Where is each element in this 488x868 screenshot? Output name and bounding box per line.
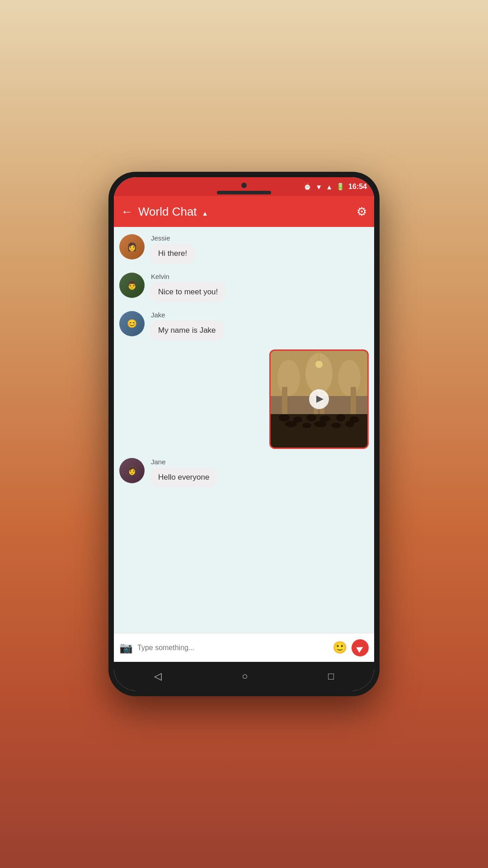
message-bubble: Hello everyone xyxy=(150,467,217,487)
signal-icon: ▲ xyxy=(326,183,333,191)
video-message-row xyxy=(119,349,369,449)
svg-point-2 xyxy=(277,360,300,396)
svg-point-13 xyxy=(319,415,330,422)
app-bar: ← World Chat ▲ ⚙ xyxy=(114,196,374,227)
phone-frame: ⏰ ▼ ▲ 🔋 16:54 ← World Chat ▲ ⚙ 👩 xyxy=(108,172,380,696)
message-content: Kelvin Nice to meet you! xyxy=(150,273,226,302)
phone-top-decorations xyxy=(217,183,271,194)
back-button[interactable]: ← xyxy=(121,205,133,219)
dropdown-arrow-icon[interactable]: ▲ xyxy=(202,210,208,217)
send-icon: ▶ xyxy=(355,642,365,653)
svg-point-19 xyxy=(331,423,341,428)
clock: 16:54 xyxy=(348,183,367,191)
svg-point-17 xyxy=(302,423,311,428)
sender-name: Kelvin xyxy=(151,273,226,280)
sender-name: Jessie xyxy=(151,234,195,242)
sender-name: Jake xyxy=(151,311,224,319)
avatar: 😊 xyxy=(119,311,145,336)
bottom-nav: ◁ ○ □ xyxy=(114,662,374,691)
message-bubble: Hi there! xyxy=(150,244,195,264)
svg-point-16 xyxy=(285,421,297,427)
svg-point-4 xyxy=(338,360,361,396)
video-thumbnail xyxy=(271,351,367,448)
sender-name: Jane xyxy=(151,458,217,466)
message-row: 👩 Jane Hello everyone xyxy=(119,458,369,487)
speaker xyxy=(217,191,271,194)
message-content: Jessie Hi there! xyxy=(150,234,195,264)
chat-area: 👩 Jessie Hi there! 👨 Kelvin Nice to meet… xyxy=(114,227,374,633)
avatar: 👩 xyxy=(119,234,145,259)
play-icon xyxy=(316,396,324,403)
message-bubble: My name is Jake xyxy=(150,321,224,340)
status-icons: ⏰ ▼ ▲ 🔋 16:54 xyxy=(303,183,367,191)
battery-icon: 🔋 xyxy=(336,183,345,191)
svg-point-10 xyxy=(279,414,290,421)
svg-point-21 xyxy=(315,361,323,368)
alarm-icon: ⏰ xyxy=(303,183,312,191)
avatar: 👩 xyxy=(119,458,145,483)
svg-point-12 xyxy=(306,414,316,421)
message-row: 👨 Kelvin Nice to meet you! xyxy=(119,273,369,302)
recents-nav-button[interactable]: □ xyxy=(328,670,334,682)
message-content: Jane Hello everyone xyxy=(150,458,217,487)
title-text: World Chat xyxy=(138,205,197,218)
wifi-icon: ▼ xyxy=(315,183,322,191)
input-bar: 📷 🙂 ▶ xyxy=(114,633,374,662)
message-row: 😊 Jake My name is Jake xyxy=(119,311,369,340)
avatar: 👨 xyxy=(119,273,145,298)
message-bubble: Nice to meet you! xyxy=(150,282,226,302)
message-row: 👩 Jessie Hi there! xyxy=(119,234,369,264)
svg-point-18 xyxy=(314,421,327,427)
front-camera xyxy=(241,183,247,188)
play-button[interactable] xyxy=(309,389,329,409)
camera-button[interactable]: 📷 xyxy=(119,642,133,654)
message-content: Jake My name is Jake xyxy=(150,311,224,340)
emoji-button[interactable]: 🙂 xyxy=(333,641,347,655)
settings-button[interactable]: ⚙ xyxy=(357,205,367,219)
send-button[interactable]: ▶ xyxy=(348,636,372,660)
phone-screen: ⏰ ▼ ▲ 🔋 16:54 ← World Chat ▲ ⚙ 👩 xyxy=(114,177,374,691)
home-nav-button[interactable]: ○ xyxy=(242,670,248,682)
video-bubble[interactable] xyxy=(269,349,369,449)
svg-point-20 xyxy=(345,421,354,427)
message-input[interactable] xyxy=(137,644,328,652)
svg-point-14 xyxy=(336,414,345,421)
app-title: World Chat ▲ xyxy=(138,205,357,219)
back-nav-button[interactable]: ◁ xyxy=(154,670,162,682)
